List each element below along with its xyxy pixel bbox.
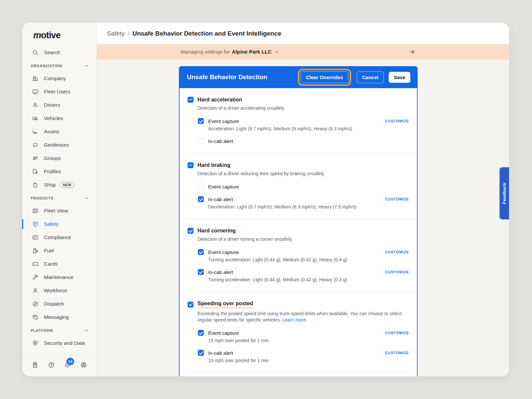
sidebar-item-drivers[interactable]: Drivers [22, 98, 96, 112]
sidebar-item-label: Messaging [44, 314, 69, 320]
clear-overrides-button[interactable]: Clear Overrides [301, 71, 348, 83]
sub-setting-detail: 15 mph over posted for 1 min [208, 358, 409, 363]
sidebar-search[interactable]: Search [22, 46, 96, 59]
company-selector[interactable]: Managing settings for Alpine Park LLC [181, 49, 279, 55]
motive-logo: motive [22, 29, 96, 41]
section-hard-braking: Hard braking Detection of a driver reduc… [180, 153, 417, 219]
cancel-button[interactable]: Cancel [357, 71, 384, 83]
hard-braking-checkbox[interactable] [188, 162, 194, 168]
section-title: Hard cornering [198, 228, 236, 234]
sub-setting-label: Event capture [208, 330, 239, 336]
page-title: Unsafe Behavior Detection and Event Inte… [132, 30, 281, 37]
sub-setting-detail: 15 mph over posted for 1 min [208, 338, 409, 343]
sidebar-item-label: Compliance [44, 234, 71, 240]
customize-link[interactable]: CUSTOMIZE [385, 197, 409, 201]
sidebar-item-label: Fleet View [44, 208, 68, 214]
motive-logo-m: m [33, 30, 41, 41]
sidebar-item-fleet-users[interactable]: Fleet Users [22, 85, 96, 98]
section-speeding-over-policy: Speeding over policy [180, 372, 417, 376]
sub-setting-label: In-cab alert [208, 269, 233, 275]
banner-prefix: Managing settings for [181, 49, 230, 55]
feedback-tab[interactable]: Feedback [499, 167, 509, 219]
sidebar-item-groups[interactable]: Groups [22, 152, 96, 165]
learn-more-link[interactable]: Learn more. [282, 317, 307, 323]
sidebar-section-platform[interactable]: PLATFORM [22, 325, 96, 336]
customize-link[interactable]: CUSTOMIZE [385, 270, 409, 274]
customize-link[interactable]: CUSTOMIZE [385, 250, 409, 254]
sidebar-item-vehicles[interactable]: Vehicles [22, 112, 96, 125]
section-label: PLATFORM [31, 329, 53, 332]
event-capture-checkbox[interactable] [198, 330, 204, 336]
section-title: Speeding over posted [198, 301, 253, 308]
help-icon[interactable] [48, 361, 55, 368]
sidebar-item-cards[interactable]: Cards [22, 257, 96, 271]
sidebar-section-products[interactable]: PRODUCTS [22, 192, 96, 204]
section-description: Detection of a driver reducing their spe… [198, 171, 406, 177]
sidebar-item-geofences[interactable]: Geofences [22, 138, 96, 152]
panel-actions: Clear Overrides Cancel Save [299, 71, 410, 83]
sidebar-item-company[interactable]: Company [22, 72, 96, 85]
sidebar-item-label: Safety [44, 221, 59, 227]
sidebar-section-organization[interactable]: ORGANIZATION [22, 60, 96, 72]
arrow-right-icon[interactable] [409, 49, 415, 55]
account-icon[interactable] [80, 361, 87, 368]
in-cab-alert-checkbox[interactable] [198, 269, 204, 275]
in-cab-alert-checkbox[interactable] [198, 350, 204, 356]
save-button[interactable]: Save [389, 72, 410, 83]
sidebar-item-label: Company [44, 75, 66, 81]
sidebar-item-profiles[interactable]: Profiles [22, 165, 96, 178]
customize-link[interactable]: CUSTOMIZE [385, 119, 409, 123]
app-window: motive Search ORGANIZATION Company Fleet… [22, 23, 509, 376]
sidebar-item-assets[interactable]: Assets [22, 125, 96, 138]
in-cab-alert-checkbox[interactable] [198, 138, 204, 144]
sidebar-item-label: Groups [44, 155, 61, 161]
sidebar-item-label: Shop [44, 182, 56, 188]
customize-link[interactable]: CUSTOMIZE [385, 351, 409, 355]
sidebar-item-safety[interactable]: Safety [22, 217, 96, 231]
event-capture-checkbox[interactable] [198, 184, 204, 190]
event-capture-checkbox[interactable] [198, 249, 204, 255]
in-cab-alert-checkbox[interactable] [198, 196, 204, 202]
customize-link[interactable]: CUSTOMIZE [385, 331, 409, 335]
sidebar-item-security-and-data[interactable]: Security and Data [22, 336, 96, 350]
truck-icon [32, 115, 39, 122]
section-title: Hard acceleration [198, 97, 242, 103]
notification-count-badge: 14 [66, 358, 74, 365]
chart-frame-icon [32, 234, 39, 241]
sub-setting-label: In-cab alert [208, 350, 233, 356]
sidebar-item-compliance[interactable]: Compliance [22, 231, 96, 244]
sub-setting-detail: Turning acceleration: Light (0.44 g), Me… [208, 257, 409, 262]
polygon-icon [32, 142, 39, 148]
compass-icon [32, 301, 39, 307]
sub-setting-detail: Deceleration: Light (9.7 mph/s), Medium … [208, 204, 409, 209]
managing-settings-banner: Managing settings for Alpine Park LLC [97, 44, 509, 60]
people-icon [32, 155, 39, 162]
sidebar-item-label: Security and Data [44, 340, 85, 346]
panel-title: Unsafe Behavior Detection [187, 73, 267, 81]
sidebar-item-shop[interactable]: Shop NEW [22, 178, 96, 192]
sidebar-item-fuel[interactable]: Fuel [22, 244, 96, 257]
sidebar-item-label: Maintenance [44, 274, 73, 280]
breadcrumb-safety[interactable]: Safety [107, 30, 125, 37]
event-capture-checkbox[interactable] [198, 118, 204, 124]
sidebar-item-label: Profiles [44, 169, 61, 175]
hard-acceleration-checkbox[interactable] [188, 97, 194, 103]
sidebar-item-dispatch[interactable]: Dispatch [22, 297, 96, 311]
sidebar-item-label: Geofences [44, 142, 69, 148]
new-badge: NEW [60, 182, 74, 188]
sidebar-item-label: Dispatch [44, 301, 64, 307]
panel-header: Unsafe Behavior Detection Clear Override… [180, 66, 417, 88]
hard-cornering-checkbox[interactable] [188, 228, 194, 234]
chevron-up-icon [84, 328, 89, 333]
person-icon [32, 287, 39, 294]
sidebar-item-maintenance[interactable]: Maintenance [22, 271, 96, 284]
logbook-icon[interactable] [32, 361, 39, 368]
sidebar-item-fleet-view[interactable]: Fleet View [22, 204, 96, 217]
section-hard-cornering: Hard cornering Detection of a driver tur… [180, 219, 417, 292]
banner-company-name: Alpine Park LLC [232, 49, 272, 55]
speeding-over-posted-checkbox[interactable] [188, 302, 194, 308]
notifications-bell-icon[interactable]: 14 [64, 361, 71, 368]
sidebar-item-workforce[interactable]: Workforce [22, 284, 96, 297]
sidebar-item-messaging[interactable]: Messaging [22, 311, 96, 324]
sub-setting-label: Event capture [208, 249, 239, 255]
